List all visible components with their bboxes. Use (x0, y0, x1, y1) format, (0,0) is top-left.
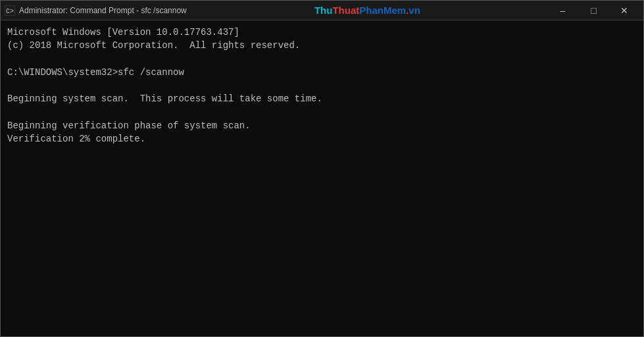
brand-thuat: Thuat (332, 5, 359, 16)
terminal-line (7, 253, 637, 266)
terminal-line (7, 333, 637, 336)
terminal-line (7, 106, 637, 119)
terminal-line (7, 159, 637, 172)
terminal-line (7, 293, 637, 306)
svg-text:C>: C> (6, 8, 14, 15)
terminal-line (7, 146, 637, 159)
terminal-line: (c) 2018 Microsoft Corporation. All righ… (7, 39, 637, 52)
cmd-window: C> Administrator: Command Prompt - sfc /… (0, 0, 644, 337)
close-button[interactable]: ✕ (610, 1, 639, 20)
terminal-line (7, 172, 637, 186)
terminal-line (7, 79, 637, 92)
title-bar: C> Administrator: Command Prompt - sfc /… (1, 1, 643, 20)
brand-thu: Thu (314, 5, 333, 16)
terminal-line: Beginning system scan. This process will… (7, 92, 637, 105)
terminal-line: Beginning verification phase of system s… (7, 119, 637, 132)
window-title: Administrator: Command Prompt - sfc /sca… (19, 6, 187, 15)
brand-phan: Phan (359, 5, 384, 16)
brand-mem: Mem (384, 5, 406, 16)
terminal-line: Verification 2% complete. (7, 132, 637, 145)
terminal-line (7, 280, 637, 293)
terminal-line (7, 213, 637, 226)
minimize-button[interactable]: – (548, 1, 578, 20)
title-bar-left: C> Administrator: Command Prompt - sfc /… (5, 5, 187, 16)
terminal-body[interactable]: Microsoft Windows [Version 10.0.17763.43… (1, 20, 643, 336)
terminal-line: Microsoft Windows [Version 10.0.17763.43… (7, 26, 637, 39)
terminal-line (7, 53, 637, 66)
brand-logo: ThuThuatPhanMem.vn (314, 5, 420, 16)
terminal-line (7, 240, 637, 253)
window-controls: – □ ✕ (548, 1, 639, 20)
cmd-icon: C> (5, 5, 15, 16)
terminal-line (7, 306, 637, 319)
terminal-line (7, 199, 637, 213)
terminal-line (7, 186, 637, 199)
terminal-line (7, 320, 637, 333)
maximize-button[interactable]: □ (579, 1, 608, 20)
terminal-line (7, 226, 637, 239)
brand-vn: vn (409, 5, 420, 16)
terminal-line: C:\WINDOWS\system32>sfc /scannow (7, 66, 637, 79)
terminal-line (7, 266, 637, 279)
